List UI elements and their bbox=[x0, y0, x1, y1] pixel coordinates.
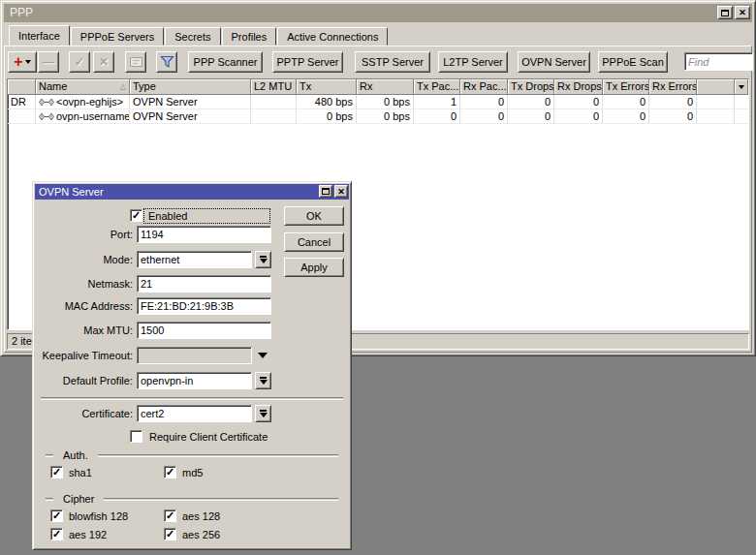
certificate-input[interactable] bbox=[137, 405, 252, 422]
sstp-server-button[interactable]: SSTP Server bbox=[355, 51, 430, 73]
row-name: ovpn-username bbox=[36, 109, 130, 124]
netmask-input[interactable] bbox=[137, 275, 271, 293]
dropdown-icon bbox=[260, 410, 267, 412]
ok-button[interactable]: OK bbox=[284, 206, 344, 226]
tab-profiles[interactable]: Profiles bbox=[222, 27, 277, 46]
ovpn-server-dialog: OVPN Server ✕ ✓ Enabled OK Cancel Apply … bbox=[32, 181, 352, 550]
aes-128-checkbox[interactable]: ✓ bbox=[164, 509, 176, 522]
auth-group-title: Auth. bbox=[63, 448, 88, 462]
remove-button[interactable]: — bbox=[38, 51, 59, 73]
row-rx: 0 bps bbox=[357, 109, 414, 124]
mode-input[interactable] bbox=[137, 251, 252, 268]
tab-secrets[interactable]: Secrets bbox=[165, 27, 220, 46]
table-row[interactable]: ovpn-username OVPN Server 0 bps 0 bps 0 … bbox=[8, 109, 748, 124]
row-tx: 480 bps bbox=[297, 95, 357, 109]
column-rx-drops[interactable]: Rx Drops bbox=[554, 79, 603, 95]
column-l2mtu[interactable]: L2 MTU bbox=[251, 79, 297, 95]
column-type[interactable]: Type bbox=[130, 79, 251, 95]
column-rx-packets[interactable]: Rx Pac... bbox=[460, 79, 508, 95]
close-button[interactable]: ✕ bbox=[334, 185, 348, 198]
add-button[interactable]: + bbox=[8, 51, 37, 73]
window-titlebar[interactable]: PPP ✕ bbox=[4, 4, 752, 22]
table-row[interactable]: DR <ovpn-eghijs> OVPN Server 480 bps 0 b… bbox=[8, 95, 748, 109]
aes-192-label[interactable]: aes 192 bbox=[69, 528, 107, 541]
row-tx-packets: 1 bbox=[414, 95, 460, 109]
column-flags[interactable] bbox=[8, 79, 36, 95]
column-tx-errors[interactable]: Tx Errors bbox=[603, 79, 649, 95]
ppp-scanner-button[interactable]: PPP Scanner bbox=[188, 51, 263, 73]
require-client-certificate-label[interactable]: Require Client Certificate bbox=[149, 430, 268, 444]
mac-address-row: MAC Address: bbox=[35, 297, 349, 315]
check-icon: ✓ bbox=[75, 55, 84, 69]
blowfish-128-label[interactable]: blowfish 128 bbox=[69, 509, 128, 523]
require-client-certificate-checkbox[interactable] bbox=[130, 430, 142, 443]
pptp-server-button[interactable]: PPTP Server bbox=[272, 51, 343, 73]
mac-address-label: MAC Address: bbox=[35, 297, 133, 315]
comment-button[interactable] bbox=[125, 51, 146, 73]
sort-asc-icon: △ bbox=[120, 79, 126, 94]
mode-dropdown-button[interactable] bbox=[255, 251, 271, 268]
aes-192-checkbox[interactable]: ✓ bbox=[50, 528, 63, 540]
chevron-down-icon bbox=[25, 60, 31, 64]
row-tx-drops: 0 bbox=[508, 109, 554, 124]
keepalive-dropdown-icon[interactable] bbox=[258, 353, 268, 358]
enable-button[interactable]: ✓ bbox=[69, 51, 90, 73]
sha1-checkbox[interactable]: ✓ bbox=[50, 466, 63, 478]
certificate-dropdown-button[interactable] bbox=[255, 405, 271, 422]
auth-group-header: Auth. bbox=[41, 448, 343, 462]
default-profile-dropdown-button[interactable] bbox=[255, 372, 271, 389]
maximize-button[interactable] bbox=[319, 185, 332, 198]
maximize-button[interactable] bbox=[717, 6, 733, 19]
table-header-row: Name△ Type L2 MTU Tx Rx Tx Pac... Rx Pac… bbox=[8, 79, 748, 95]
keepalive-input[interactable] bbox=[137, 347, 252, 364]
row-rx-packets: 0 bbox=[460, 95, 508, 109]
minus-icon: — bbox=[43, 55, 54, 69]
filter-button[interactable] bbox=[156, 51, 177, 73]
column-tx-packets[interactable]: Tx Pac... bbox=[414, 79, 460, 95]
row-type: OVPN Server bbox=[130, 109, 251, 124]
keepalive-row: Keepalive Timeout: bbox=[35, 347, 349, 364]
tab-interface[interactable]: Interface bbox=[9, 25, 70, 46]
row-l2mtu bbox=[251, 109, 297, 124]
find-input[interactable] bbox=[684, 52, 753, 71]
tab-pppoe-servers[interactable]: PPPoE Servers bbox=[71, 27, 164, 46]
l2tp-server-button[interactable]: L2TP Server bbox=[438, 51, 508, 73]
enabled-label[interactable]: Enabled bbox=[143, 208, 270, 224]
default-profile-input[interactable] bbox=[137, 372, 252, 389]
aes-128-label[interactable]: aes 128 bbox=[182, 509, 220, 523]
blowfish-128-checkbox[interactable]: ✓ bbox=[50, 509, 63, 522]
funnel-icon bbox=[160, 55, 174, 69]
tab-active-connections[interactable]: Active Connections bbox=[277, 27, 388, 46]
column-tx[interactable]: Tx bbox=[297, 79, 357, 95]
sha1-label[interactable]: sha1 bbox=[69, 466, 92, 479]
max-mtu-input[interactable] bbox=[137, 322, 271, 339]
mode-label: Mode: bbox=[35, 251, 133, 268]
md5-label[interactable]: md5 bbox=[182, 466, 203, 479]
close-icon: ✕ bbox=[337, 184, 345, 200]
interface-icon bbox=[39, 98, 54, 107]
maximize-icon bbox=[721, 10, 729, 16]
column-name[interactable]: Name△ bbox=[36, 79, 130, 95]
port-input[interactable] bbox=[137, 226, 271, 243]
maximize-icon bbox=[322, 188, 330, 195]
aes-256-checkbox[interactable]: ✓ bbox=[164, 528, 176, 540]
disable-button[interactable]: ✕ bbox=[93, 51, 114, 73]
port-label: Port: bbox=[35, 226, 133, 243]
row-rx-errors: 0 bbox=[649, 109, 697, 124]
column-tx-drops[interactable]: Tx Drops bbox=[508, 79, 554, 95]
column-select-button[interactable] bbox=[735, 79, 748, 95]
close-button[interactable]: ✕ bbox=[735, 6, 750, 19]
pppoe-scan-button[interactable]: PPPoE Scan bbox=[598, 51, 668, 73]
column-rx-errors[interactable]: Rx Errors bbox=[649, 79, 697, 95]
md5-checkbox[interactable]: ✓ bbox=[164, 466, 176, 478]
mac-address-input[interactable] bbox=[137, 297, 271, 315]
enabled-checkbox[interactable]: ✓ bbox=[130, 209, 142, 222]
ovpn-server-button[interactable]: OVPN Server bbox=[518, 51, 590, 73]
row-tx-drops: 0 bbox=[508, 95, 554, 109]
dialog-titlebar[interactable]: OVPN Server ✕ bbox=[35, 184, 349, 200]
column-rx[interactable]: Rx bbox=[357, 79, 414, 95]
find-box bbox=[684, 52, 753, 71]
aes-256-label[interactable]: aes 256 bbox=[182, 528, 220, 541]
cipher-group-title: Cipher bbox=[63, 492, 94, 506]
card-icon bbox=[130, 57, 142, 67]
